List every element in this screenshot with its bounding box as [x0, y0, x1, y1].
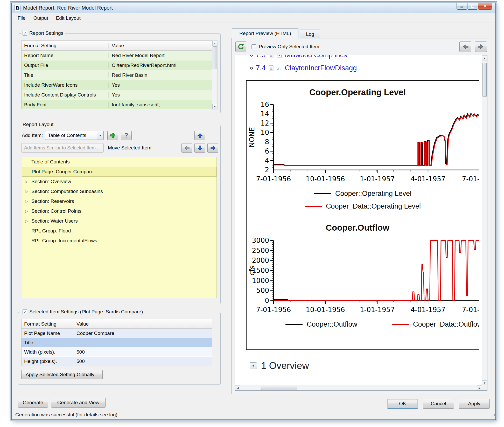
titlebar[interactable]: R Model Report: Red River Model Report — [12, 3, 495, 13]
layout-list-item[interactable]: ▷Section: Overview — [22, 177, 216, 187]
tab-log[interactable]: Log — [300, 30, 320, 38]
scrollbar-thumb[interactable] — [213, 46, 217, 69]
toc-entry: 7.3 Millwood Comp incs — [250, 55, 347, 59]
scroll-down-icon[interactable]: ▼ — [212, 104, 217, 109]
settings-table-row[interactable]: Plot Page NameCooper Compare — [22, 329, 212, 338]
layout-list-item[interactable]: ▷Section: Computation Subbasins — [22, 187, 216, 196]
legend-entry: Cooper_Data::Outflow — [392, 320, 479, 328]
add-similar-button[interactable]: Add Items Similar to Selected Item ... — [21, 143, 104, 153]
move-left-button[interactable] — [181, 143, 192, 153]
settings-table-row[interactable]: TitleRed River Basin — [22, 70, 212, 80]
add-item-label: Add Item: — [22, 131, 43, 140]
menu-output[interactable]: Output — [30, 14, 52, 22]
expand-triangle-icon[interactable]: ▷ — [25, 189, 28, 194]
forward-arrow-icon — [478, 44, 484, 50]
svg-text:4-01-1957: 4-01-1957 — [411, 306, 446, 314]
settings-table-row[interactable]: Title — [22, 338, 212, 347]
add-item-combobox[interactable]: Table of Contents ▼ — [45, 131, 104, 140]
column-header-value[interactable]: Value — [109, 43, 212, 49]
svg-text:16: 16 — [261, 101, 269, 108]
legend-line-swatch — [392, 324, 409, 325]
column-header-format-setting[interactable]: Format Setting — [22, 321, 73, 327]
preview-horizontal-scrollbar[interactable]: ◀ ▶ — [235, 385, 482, 390]
scroll-down-icon[interactable]: ▼ — [482, 380, 487, 385]
minimize-button[interactable] — [457, 3, 467, 10]
section-collapse-dropdown[interactable]: ▼ — [250, 362, 257, 369]
move-up-button[interactable] — [194, 131, 205, 140]
generate-and-view-label: Generate and View — [57, 400, 99, 405]
setting-name-cell: Title — [22, 340, 73, 346]
expand-triangle-icon[interactable]: ▷ — [25, 199, 28, 203]
scrollbar-thumb[interactable] — [261, 386, 297, 390]
report-settings-checkbox[interactable]: ✓ — [23, 31, 27, 36]
scroll-left-icon[interactable]: ◀ — [235, 385, 240, 391]
move-down-button[interactable] — [194, 143, 205, 153]
preview-only-checkbox[interactable] — [251, 44, 256, 49]
settings-table-row[interactable]: Include Content Display ControlsYes — [22, 90, 212, 100]
right-arrow-icon — [210, 145, 216, 151]
report-settings-scrollbar[interactable]: ▲ ▼ — [212, 40, 218, 109]
chart-title-outflow: Cooper.Outflow — [247, 223, 468, 233]
settings-table-row[interactable]: Body Fontfont-family: sans-serif; — [22, 100, 212, 110]
report-layout-legend: Report Layout — [21, 122, 55, 127]
scroll-up-icon[interactable]: ▲ — [482, 55, 487, 60]
settings-table-row[interactable]: Include RiverWare IconsYes — [22, 80, 212, 90]
apply-button[interactable]: Apply — [459, 399, 490, 409]
resize-grip[interactable] — [491, 413, 495, 419]
layout-list-item[interactable]: Table of Contents — [22, 157, 216, 167]
legend-label: Cooper::Outflow — [307, 320, 357, 328]
close-button[interactable] — [478, 3, 492, 10]
settings-table-row[interactable]: Report NameRed River Model Report — [22, 51, 212, 60]
dropdown-arrow-icon[interactable]: ▼ — [97, 131, 103, 140]
toc-label-link[interactable]: ClaytonIncrFlowDisagg — [285, 64, 357, 72]
preview-vertical-scrollbar[interactable]: ▲ ▼ — [482, 55, 487, 385]
layout-list-item[interactable]: Plot Page: Cooper Compare — [22, 167, 216, 177]
menu-file[interactable]: File — [14, 14, 30, 22]
minimize-icon — [460, 5, 464, 8]
preview-viewport[interactable]: 7.3 Millwood Comp incs 7.4 ClaytonIncrFl… — [235, 55, 487, 391]
column-header-format-setting[interactable]: Format Setting — [22, 43, 109, 49]
layout-item-label: Section: Computation Subbasins — [31, 189, 103, 194]
settings-table-row[interactable]: Height (pixels).500 — [22, 357, 212, 366]
layout-item-label: Section: Reservoirs — [31, 198, 74, 204]
generate-button[interactable]: Generate — [18, 398, 48, 408]
column-header-value[interactable]: Value — [73, 321, 212, 327]
expand-triangle-icon[interactable]: ▷ — [25, 219, 28, 223]
add-item-button[interactable] — [107, 131, 118, 140]
toc-label-link[interactable]: Millwood Comp incs — [285, 55, 347, 59]
scroll-right-icon[interactable]: ▶ — [477, 385, 482, 391]
apply-globally-button[interactable]: Apply Selected Setting Globally... — [21, 370, 103, 379]
move-right-button[interactable] — [207, 143, 218, 153]
selected-item-settings-table: Format Setting Value Plot Page NameCoope… — [21, 319, 212, 366]
selected-item-settings-checkbox[interactable]: ✓ — [23, 309, 27, 314]
setting-value-cell: Yes — [109, 92, 212, 98]
report-settings-legend: ✓ Report Settings — [21, 30, 65, 36]
tab-report-preview[interactable]: Report Preview (HTML) — [232, 28, 298, 38]
toc-number-link[interactable]: 7.3 — [256, 55, 266, 59]
layout-list-item[interactable]: ▷Section: Control Points — [22, 206, 216, 216]
scroll-up-icon[interactable]: ▲ — [212, 41, 217, 46]
generate-and-view-button[interactable]: Generate and View — [51, 398, 106, 408]
expand-triangle-icon[interactable]: ▷ — [25, 180, 28, 184]
layout-list-item[interactable]: RPL Group: Flood — [22, 226, 216, 236]
svg-text:10: 10 — [261, 129, 269, 136]
nav-back-button[interactable] — [459, 42, 471, 52]
expand-triangle-icon[interactable]: ▷ — [25, 209, 28, 213]
toc-number-link[interactable]: 7.4 — [256, 64, 266, 72]
layout-list-item[interactable]: RPL Group: IncrementalFlows — [22, 236, 216, 246]
cancel-button[interactable]: Cancel — [423, 399, 454, 409]
setting-name-cell: Width (pixels). — [22, 349, 73, 355]
settings-table-row[interactable]: Width (pixels).500 — [22, 347, 212, 357]
ok-button[interactable]: OK — [387, 399, 418, 409]
help-button[interactable]: ? — [121, 131, 132, 140]
maximize-button[interactable] — [467, 3, 478, 10]
scrollbar-thumb[interactable] — [482, 63, 487, 97]
refresh-button[interactable] — [235, 42, 246, 52]
layout-list-item[interactable]: ▷Section: Reservoirs — [22, 196, 216, 206]
plot-icon — [277, 55, 282, 58]
nav-forward-button[interactable] — [475, 42, 487, 52]
menu-edit-layout[interactable]: Edit Layout — [52, 14, 85, 22]
layout-list-item[interactable]: ▷Section: Water Users — [22, 216, 216, 226]
report-settings-rows: Report NameRed River Model ReportOutput … — [22, 51, 212, 110]
settings-table-row[interactable]: Output FileC:/temp/RedRiverReport.html — [22, 60, 212, 70]
